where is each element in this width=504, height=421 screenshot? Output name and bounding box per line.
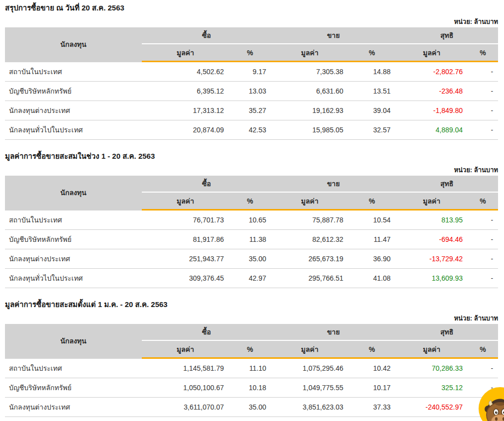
column-header-buy-value: มูลค่า bbox=[142, 44, 229, 62]
buy-value-cell: 1,050,100.67 bbox=[142, 378, 229, 398]
column-header-sell-percent: % bbox=[348, 341, 396, 359]
investor-name-cell: นักลงทุนทั่วไปในประเทศ bbox=[5, 120, 142, 140]
section-daily-summary: สรุปการซื้อขาย ณ วันที่ 20 ส.ค. 2563 หน่… bbox=[5, 3, 498, 140]
section-title: สรุปการซื้อขาย ณ วันที่ 20 ส.ค. 2563 bbox=[5, 3, 498, 13]
unit-label: หน่วย: ล้านบาท bbox=[5, 18, 498, 26]
net-value: -240,552.97 bbox=[425, 403, 463, 411]
table-row: นักลงทุนต่างประเทศ 3,611,070.07 35.00 3,… bbox=[5, 398, 498, 417]
table-row: สถาบันในประเทศ 4,502.62 9.17 7,305.38 14… bbox=[5, 62, 498, 82]
buy-value-cell: 17,313.12 bbox=[142, 101, 229, 120]
sell-percent-cell: 10.54 bbox=[348, 210, 396, 230]
net-value: 70,286.33 bbox=[432, 364, 463, 372]
column-header-net-percent: % bbox=[468, 341, 498, 359]
investor-name-cell: นักลงทุนทั่วไปในประเทศ bbox=[5, 269, 142, 288]
sell-percent-cell: 39.04 bbox=[348, 101, 396, 120]
column-header-sell: ขาย bbox=[271, 176, 396, 193]
investor-name-cell: นักลงทุนต่างประเทศ bbox=[5, 398, 142, 417]
buy-value-cell: 251,943.77 bbox=[142, 249, 229, 269]
buy-value-cell: 20,874.09 bbox=[142, 120, 229, 140]
sell-value-cell: 15,985.05 bbox=[271, 120, 348, 140]
buy-value-cell: 76,701.73 bbox=[142, 210, 229, 230]
sell-percent-cell: 10.17 bbox=[348, 378, 396, 398]
sell-value-cell: 19,162.93 bbox=[271, 101, 348, 120]
table-row: สถาบันในประเทศ 76,701.73 10.65 75,887.78… bbox=[5, 210, 498, 230]
net-percent-cell: - bbox=[468, 359, 498, 378]
sell-percent-cell: 10.42 bbox=[348, 359, 396, 378]
sell-value-cell: 82,612.32 bbox=[271, 230, 348, 249]
table-row: นักลงทุนทั่วไปในประเทศ 20,874.09 42.53 1… bbox=[5, 120, 498, 140]
net-value-cell: 325.12 bbox=[396, 378, 468, 398]
investor-table-daily: นักลงทุน ซื้อ ขาย สุทธิ มูลค่า % มูลค่า … bbox=[5, 27, 498, 140]
net-value: -694.46 bbox=[439, 235, 463, 243]
buy-percent-cell: 9.17 bbox=[229, 62, 271, 82]
unit-label: หน่วย: ล้านบาท bbox=[5, 315, 498, 322]
net-value: -236.48 bbox=[439, 87, 463, 95]
sell-value-cell: 7,305.38 bbox=[271, 62, 348, 82]
buy-value-cell: 309,376.45 bbox=[142, 269, 229, 288]
buy-percent-cell: 11.38 bbox=[229, 230, 271, 249]
column-header-buy-value: มูลค่า bbox=[142, 341, 229, 359]
sell-value-cell: 1,075,295.46 bbox=[271, 359, 348, 378]
column-header-investor: นักลงทุน bbox=[5, 324, 142, 359]
table-row: สถาบันในประเทศ 1,145,581.79 11.10 1,075,… bbox=[5, 359, 498, 378]
buy-value-cell: 81,917.86 bbox=[142, 230, 229, 249]
sell-value-cell: 295,766.51 bbox=[271, 269, 348, 288]
table-row: บัญชีบริษัทหลักทรัพย์ 81,917.86 11.38 82… bbox=[5, 230, 498, 249]
table-row: นักลงทุนต่างประเทศ 17,313.12 35.27 19,16… bbox=[5, 101, 498, 120]
investor-name-cell: สถาบันในประเทศ bbox=[5, 62, 142, 82]
investor-name-cell: นักลงทุนทั่วไปในประเทศ bbox=[5, 417, 142, 421]
buy-percent-cell: 35.27 bbox=[229, 101, 271, 120]
buy-percent-cell: 42.53 bbox=[229, 120, 271, 140]
content-area: สรุปการซื้อขาย ณ วันที่ 20 ส.ค. 2563 หน่… bbox=[5, 0, 498, 421]
sell-percent-cell: 36.90 bbox=[348, 249, 396, 269]
column-header-buy-percent: % bbox=[229, 44, 271, 62]
sell-percent-cell: 13.51 bbox=[348, 82, 396, 101]
section-title: มูลค่าการซื้อขายสะสมในช่วง 1 - 20 ส.ค. 2… bbox=[5, 151, 498, 161]
investor-table-month-to-date: นักลงทุน ซื้อ ขาย สุทธิ มูลค่า % มูลค่า … bbox=[5, 176, 498, 288]
buy-value-cell: 6,395.12 bbox=[142, 82, 229, 101]
buy-value-cell: 4,502.62 bbox=[142, 62, 229, 82]
column-header-net-percent: % bbox=[468, 193, 498, 210]
buy-percent-cell: 43.72 bbox=[229, 417, 271, 421]
buy-value-cell: 1,145,581.79 bbox=[142, 359, 229, 378]
sell-percent-cell: 42.07 bbox=[348, 417, 396, 421]
column-header-sell: ขาย bbox=[271, 27, 396, 44]
buy-percent-cell: 11.10 bbox=[229, 359, 271, 378]
net-value: 4,889.04 bbox=[436, 126, 463, 134]
sell-value-cell: 75,887.78 bbox=[271, 210, 348, 230]
investor-name-cell: บัญชีบริษัทหลักทรัพย์ bbox=[5, 378, 142, 398]
net-percent-cell: - bbox=[468, 82, 498, 101]
section-title: มูลค่าการซื้อขายสะสมตั้งแต่ 1 ม.ค. - 20 … bbox=[5, 300, 498, 310]
net-value: -1,849.80 bbox=[433, 106, 463, 114]
net-value-cell: 169,941.52 bbox=[396, 417, 468, 421]
net-value: 813.95 bbox=[441, 216, 463, 224]
column-header-buy-percent: % bbox=[229, 341, 271, 359]
column-header-sell-value: มูลค่า bbox=[271, 193, 348, 210]
buy-percent-cell: 13.03 bbox=[229, 82, 271, 101]
net-percent-cell: - bbox=[468, 249, 498, 269]
buy-value-cell: 3,611,070.07 bbox=[142, 398, 229, 417]
section-year-to-date: มูลค่าการซื้อขายสะสมตั้งแต่ 1 ม.ค. - 20 … bbox=[5, 300, 498, 421]
investor-name-cell: บัญชีบริษัทหลักทรัพย์ bbox=[5, 230, 142, 249]
table-row: นักลงทุนทั่วไปในประเทศ 309,376.45 42.97 … bbox=[5, 269, 498, 288]
table-group-header-row: นักลงทุน ซื้อ ขาย สุทธิ bbox=[5, 27, 498, 44]
net-percent-cell: - bbox=[468, 210, 498, 230]
net-percent-cell: - bbox=[468, 230, 498, 249]
column-header-buy-value: มูลค่า bbox=[142, 193, 229, 210]
net-value-cell: 813.95 bbox=[396, 210, 468, 230]
table-row: บัญชีบริษัทหลักทรัพย์ 1,050,100.67 10.18… bbox=[5, 378, 498, 398]
column-header-sell: ขาย bbox=[271, 324, 396, 341]
table-row: บัญชีบริษัทหลักทรัพย์ 6,395.12 13.03 6,6… bbox=[5, 82, 498, 101]
investor-trading-summary-page: { "page": { "unit_label": "หน่วย: ล้านบา… bbox=[0, 0, 504, 421]
net-percent-cell: - bbox=[468, 120, 498, 140]
chat-mascot-button[interactable] bbox=[479, 387, 504, 421]
column-header-net-value: มูลค่า bbox=[396, 341, 468, 359]
net-value-cell: -13,729.42 bbox=[396, 249, 468, 269]
buy-value-cell: 4,510,476.01 bbox=[142, 417, 229, 421]
net-value-cell: -2,802.76 bbox=[396, 62, 468, 82]
net-value: 13,609.93 bbox=[432, 274, 463, 282]
sell-percent-cell: 41.08 bbox=[348, 269, 396, 288]
sell-percent-cell: 37.33 bbox=[348, 398, 396, 417]
net-value: 325.12 bbox=[441, 384, 463, 392]
column-header-investor: นักลงทุน bbox=[5, 176, 142, 210]
